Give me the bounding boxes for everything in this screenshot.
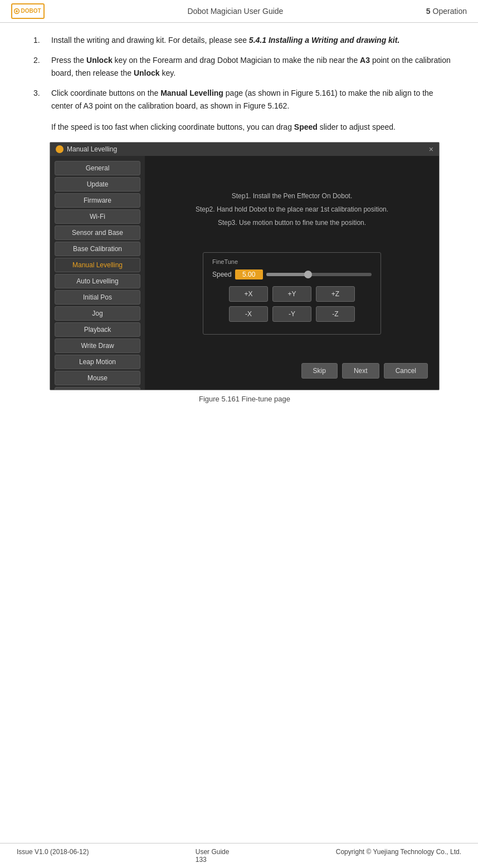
sidebar-item-manual-levelling[interactable]: Manual Levelling <box>55 258 140 272</box>
footer-left: Issue V1.0 (2018-06-12) <box>17 848 89 864</box>
finetune-title: FineTune <box>212 258 372 265</box>
speed-slider[interactable] <box>266 273 372 276</box>
header-title: Dobot Magician User Guide <box>187 7 283 16</box>
speed-label: Speed <box>212 271 232 278</box>
screenshot-sidebar: General Update Firmware Wi-Fi Sensor and… <box>50 156 145 390</box>
figure-caption: Figure 5.161 Fine-tune page <box>33 395 456 403</box>
list-text-1: Install the writing and drawing kit. For… <box>51 34 456 46</box>
sidebar-item-update[interactable]: Update <box>55 177 140 192</box>
svg-point-1 <box>16 10 18 12</box>
speed-row: Speed <box>212 269 372 279</box>
next-button[interactable]: Next <box>342 363 379 379</box>
screenshot-container: Manual Levelling × General Update Firmwa… <box>50 142 440 390</box>
speed-input[interactable] <box>235 269 263 279</box>
sidebar-item-firmware[interactable]: Firmware <box>55 193 140 208</box>
list-num-3: 3. <box>33 87 46 112</box>
main-panel: Step1. Install the Pen Effector On Dobot… <box>145 156 439 390</box>
screenshot-title: Manual Levelling <box>67 145 117 153</box>
unlock-bold-2: Unlock <box>134 68 160 77</box>
negative-buttons-row: -X -Y -Z <box>212 306 372 322</box>
sidebar-item-general[interactable]: General <box>55 161 140 175</box>
unlock-bold-1: Unlock <box>86 56 113 65</box>
titlebar-icon <box>56 145 64 153</box>
numbered-list: 1. Install the writing and drawing kit. … <box>33 34 456 112</box>
dobot-logo: DOBOT <box>11 3 45 19</box>
sidebar-item-playback[interactable]: Playback <box>55 322 140 337</box>
main-content: 1. Install the writing and drawing kit. … <box>0 23 478 425</box>
sidebar-item-mouse[interactable]: Mouse <box>55 371 140 385</box>
speed-bold: Speed <box>294 122 318 131</box>
sidebar-item-write-draw[interactable]: Write Draw <box>55 339 140 353</box>
sidebar-item-wifi[interactable]: Wi-Fi <box>55 209 140 224</box>
instruction-1: Step1. Install the Pen Effector On Dobot… <box>156 189 428 203</box>
screenshot-body: General Update Firmware Wi-Fi Sensor and… <box>50 156 439 390</box>
list-item-1: 1. Install the writing and drawing kit. … <box>33 34 456 46</box>
svg-text:DOBOT: DOBOT <box>21 8 41 14</box>
speed-slider-thumb <box>304 271 312 278</box>
screenshot-titlebar: Manual Levelling × <box>50 143 439 156</box>
btn-plus-x[interactable]: +X <box>229 286 268 302</box>
sidebar-item-base-calibration[interactable]: Base Calibration <box>55 242 140 256</box>
instruction-2: Step2. Hand hold Dobot to the place near… <box>156 203 428 216</box>
list-num-2: 2. <box>33 54 46 79</box>
btn-plus-z[interactable]: +Z <box>316 286 355 302</box>
speed-slider-fill <box>266 273 309 276</box>
titlebar-left: Manual Levelling <box>56 145 117 153</box>
page-header: DOBOT Dobot Magician User Guide 5 Operat… <box>0 0 478 23</box>
a3-bold: A3 <box>360 56 370 65</box>
sidebar-item-auto-levelling[interactable]: Auto Levelling <box>55 274 140 288</box>
instruction-3: Step3. Use motion button to fine tune th… <box>156 216 428 229</box>
list-num-1: 1. <box>33 34 46 46</box>
panel-footer: Skip Next Cancel <box>156 357 428 379</box>
btn-plus-y[interactable]: +Y <box>272 286 311 302</box>
btn-minus-x[interactable]: -X <box>229 306 268 322</box>
footer-right: Copyright © Yuejiang Technology Co., Ltd… <box>336 848 461 864</box>
sidebar-item-laser-engraving[interactable]: LaserEngraving <box>55 387 140 390</box>
page-footer: Issue V1.0 (2018-06-12) User Guide133 Co… <box>0 843 478 868</box>
btn-minus-y[interactable]: -Y <box>272 306 311 322</box>
list-text-2: Press the Unlock key on the Forearm and … <box>51 54 456 79</box>
btn-minus-z[interactable]: -Z <box>316 306 355 322</box>
sidebar-item-jog[interactable]: Jog <box>55 306 140 321</box>
cancel-button[interactable]: Cancel <box>384 363 428 379</box>
ref-link-1: 5.4.1 Installing a Writing and drawing k… <box>249 36 399 45</box>
close-icon[interactable]: × <box>429 145 433 154</box>
list-item-2: 2. Press the Unlock key on the Forearm a… <box>33 54 456 79</box>
finetune-box: FineTune Speed +X +Y +Z <box>203 252 381 335</box>
manual-levelling-bold: Manual Levelling <box>160 89 223 97</box>
list-text-3: Click coordinate buttons on the Manual L… <box>51 87 456 112</box>
instructions-text: Step1. Install the Pen Effector On Dobot… <box>156 189 428 229</box>
header-chapter: 5 Operation <box>426 7 467 16</box>
skip-button[interactable]: Skip <box>301 363 338 379</box>
sidebar-item-sensor-base[interactable]: Sensor and Base <box>55 225 140 240</box>
sidebar-item-initial-pos[interactable]: Initial Pos <box>55 290 140 305</box>
note-paragraph: If the speed is too fast when clicking c… <box>51 121 456 133</box>
list-item-3: 3. Click coordinate buttons on the Manua… <box>33 87 456 112</box>
footer-center: User Guide133 <box>196 848 230 864</box>
sidebar-item-leap-motion[interactable]: Leap Motion <box>55 355 140 369</box>
positive-buttons-row: +X +Y +Z <box>212 286 372 302</box>
logo-area: DOBOT <box>11 3 45 19</box>
